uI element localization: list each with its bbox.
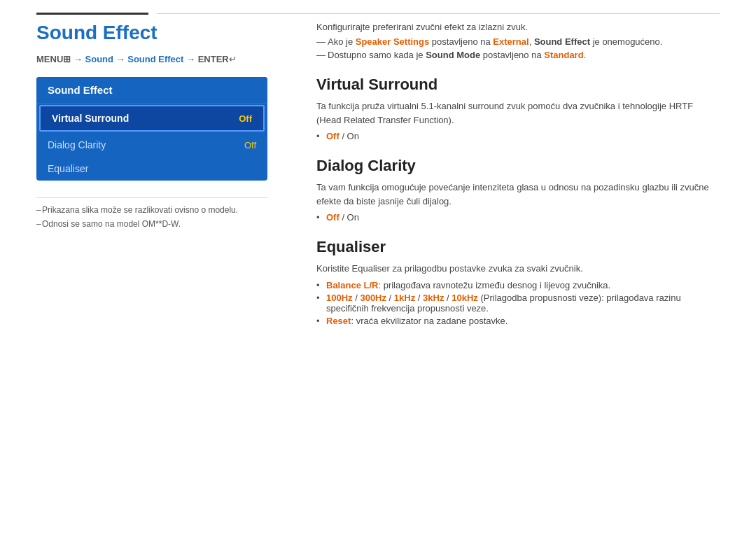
bullet-equaliser-3: Reset: vraća ekvilizator na zadane posta… [316, 316, 720, 326]
3khz-label: 3kHz [423, 293, 444, 303]
section-desc-equaliser: Koristite Equaliser za prilagodbu postav… [316, 262, 720, 276]
equaliser-inline-label: Equaliser [352, 263, 390, 274]
300hz-label: 300Hz [360, 293, 386, 303]
bullet-dialog-clarity-1: Off / On [316, 212, 720, 223]
section-desc-virtual-surround: Ta funkcija pruža virtualni 5.1-kanalni … [316, 99, 720, 127]
off-label: Off [326, 131, 340, 141]
section-title-dialog-clarity: Dialog Clarity [316, 157, 720, 175]
100hz-label: 100Hz [326, 293, 353, 303]
top-bar-thin-line [157, 13, 720, 14]
speaker-settings-label: Speaker Settings [356, 36, 430, 47]
sound-effect-label: Sound Effect [534, 36, 590, 47]
menu-item-label: Equaliser [48, 163, 88, 174]
note-1: Prikazana slika može se razlikovati ovis… [36, 205, 267, 215]
top-bar [0, 0, 756, 15]
breadcrumb-enter: ENTER↵ [198, 54, 237, 64]
breadcrumb-arrow1: → [74, 54, 85, 64]
menu-item-label: Dialog Clarity [48, 139, 106, 150]
notes: Prikazana slika može se razlikovati ovis… [36, 205, 267, 229]
reset-label: Reset [326, 316, 351, 326]
intro-note-2: Dostupno samo kada je Sound Mode postavl… [316, 50, 720, 60]
menu-box: Sound Effect Virtual Surround Off Dialog… [36, 77, 267, 181]
external-label: External [493, 36, 528, 47]
10khz-label: 10kHz [451, 293, 478, 303]
section-title-virtual-surround: Virtual Surround [316, 76, 720, 94]
breadcrumb-sound[interactable]: Sound [85, 54, 113, 64]
1khz-label: 1kHz [394, 293, 415, 303]
intro-text: Konfigurirajte preferirani zvučni efekt … [316, 22, 720, 32]
breadcrumb-sound-effect[interactable]: Sound Effect [127, 54, 183, 64]
off-label-2: Off [326, 212, 340, 223]
breadcrumb-arrow3: → [186, 54, 198, 64]
sound-mode-label: Sound Mode [426, 50, 480, 60]
section-title-equaliser: Equaliser [316, 238, 720, 256]
menu-item-equaliser[interactable]: Equaliser [36, 157, 267, 181]
menu-box-header: Sound Effect [36, 77, 267, 104]
notes-divider [36, 197, 267, 198]
menu-item-value: Off [239, 113, 252, 124]
left-panel: Sound Effect MENU⊞ → Sound → Sound Effec… [36, 22, 288, 328]
balance-label: Balance L/R [326, 280, 378, 290]
right-panel: Konfigurirajte preferirani zvučni efekt … [288, 22, 720, 328]
standard-label: Standard [544, 50, 583, 60]
menu-item-dialog-clarity[interactable]: Dialog Clarity Off [36, 133, 267, 157]
bullet-virtual-surround-1: Off / On [316, 131, 720, 141]
page-title: Sound Effect [36, 22, 267, 44]
menu-item-virtual-surround[interactable]: Virtual Surround Off [39, 105, 265, 132]
menu-item-label: Virtual Surround [52, 113, 129, 124]
bullet-equaliser-1: Balance L/R: prilagođava ravnotežu izmeđ… [316, 280, 720, 290]
top-bar-thick-line [36, 13, 148, 15]
breadcrumb-menu: MENU⊞ [36, 54, 71, 64]
note-2: Odnosi se samo na model OM**D-W. [36, 219, 267, 229]
bullet-equaliser-2: 100Hz / 300Hz / 1kHz / 3kHz / 10kHz (Pri… [316, 293, 720, 314]
menu-item-value: Off [244, 140, 256, 150]
breadcrumb-arrow2: → [116, 54, 128, 64]
main-container: Sound Effect MENU⊞ → Sound → Sound Effec… [0, 22, 756, 328]
intro-note-1: Ako je Speaker Settings postavljeno na E… [316, 36, 720, 47]
section-desc-dialog-clarity: Ta vam funkcija omogućuje povećanje inte… [316, 181, 720, 208]
breadcrumb: MENU⊞ → Sound → Sound Effect → ENTER↵ [36, 54, 267, 64]
